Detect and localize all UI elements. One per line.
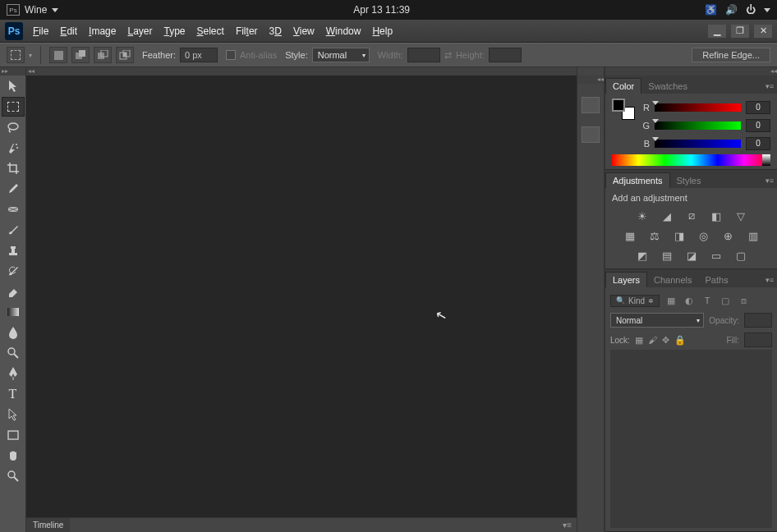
menu-image[interactable]: Image (89, 25, 116, 37)
tool-pen[interactable] (2, 364, 25, 383)
filter-adjust-icon[interactable]: ◐ (683, 295, 696, 306)
adj-balance-icon[interactable]: ⚖ (647, 229, 662, 242)
adj-threshold-icon[interactable]: ◪ (684, 249, 699, 262)
adj-lut-icon[interactable]: ▥ (746, 229, 761, 242)
r-slider[interactable] (655, 103, 741, 112)
feather-input[interactable]: 0 px (180, 48, 218, 62)
canvas-dock-handle[interactable]: ◂◂ (26, 67, 577, 76)
tool-history-brush[interactable] (2, 261, 25, 281)
selection-new-button[interactable] (49, 47, 67, 63)
b-slider[interactable] (655, 140, 741, 148)
adjust-panel-menu-icon[interactable]: ▾≡ (766, 177, 774, 185)
fill-input[interactable] (744, 332, 772, 347)
filter-shape-icon[interactable]: ▢ (719, 295, 732, 306)
panels-dock-handle[interactable]: ◂◂ (605, 67, 777, 76)
tool-gradient[interactable] (2, 302, 25, 322)
color-panel-menu-icon[interactable]: ▾≡ (766, 82, 774, 90)
tool-stamp[interactable] (2, 241, 25, 260)
tab-paths[interactable]: Paths (699, 273, 735, 287)
menu-filter[interactable]: Filter (236, 25, 258, 37)
accessibility-icon[interactable]: ♿ (705, 4, 717, 16)
r-value[interactable]: 0 (746, 101, 770, 114)
lock-transparent-icon[interactable]: ▦ (635, 335, 643, 346)
tab-styles[interactable]: Styles (670, 173, 708, 188)
selection-subtract-button[interactable] (94, 47, 112, 63)
selection-add-button[interactable] (71, 47, 90, 63)
menu-window[interactable]: Window (326, 25, 361, 37)
tool-brush[interactable] (2, 220, 25, 240)
menu-view[interactable]: View (293, 25, 315, 37)
menu-layer[interactable]: Layer (127, 25, 152, 37)
tab-layers[interactable]: Layers (605, 272, 647, 287)
adj-curves-icon[interactable]: ⧄ (684, 209, 699, 222)
g-slider[interactable] (655, 122, 741, 130)
app-menu-caret-icon[interactable] (52, 8, 58, 12)
toolbox-dock-handle[interactable]: ▸▸ (0, 67, 25, 76)
opacity-input[interactable] (744, 313, 772, 328)
tool-healing[interactable] (2, 200, 25, 219)
filter-smart-icon[interactable]: ⧈ (737, 295, 750, 306)
tool-move[interactable] (2, 76, 25, 96)
style-dropdown[interactable]: Normal (312, 48, 370, 62)
tab-color[interactable]: Color (605, 78, 641, 94)
tool-zoom[interactable] (2, 466, 25, 486)
tool-dodge[interactable] (2, 343, 25, 363)
layers-panel-menu-icon[interactable]: ▾≡ (766, 276, 774, 284)
menu-select[interactable]: Select (197, 25, 224, 37)
os-app-name[interactable]: Wine (25, 4, 47, 16)
tool-crop[interactable] (2, 158, 25, 178)
tab-channels[interactable]: Channels (647, 273, 698, 287)
menu-3d[interactable]: 3D (269, 25, 282, 37)
refine-edge-button[interactable]: Refine Edge... (692, 48, 770, 62)
power-icon[interactable]: ⏻ (746, 4, 756, 16)
tool-quick-select[interactable] (2, 138, 25, 158)
tab-swatches[interactable]: Swatches (641, 79, 694, 94)
color-swatch-pair[interactable] (612, 99, 635, 120)
window-minimize-button[interactable]: ▁ (708, 25, 726, 38)
dock-properties-icon[interactable] (582, 126, 600, 143)
timeline-menu-icon[interactable]: ▾≡ (558, 521, 577, 530)
lock-pixels-icon[interactable]: 🖌 (648, 335, 657, 345)
menu-type[interactable]: Type (163, 25, 185, 37)
canvas[interactable]: ↖ (26, 76, 577, 517)
tool-hand[interactable] (2, 446, 25, 466)
selection-intersect-button[interactable] (116, 47, 134, 63)
layer-filter-kind[interactable]: 🔍 Kind ≑ (610, 295, 660, 307)
menu-edit[interactable]: Edit (60, 25, 77, 37)
adj-invert-icon[interactable]: ◩ (635, 249, 650, 262)
tool-rect-marquee[interactable] (2, 97, 25, 117)
tool-eraser[interactable] (2, 282, 25, 301)
tab-adjustments[interactable]: Adjustments (605, 172, 670, 188)
tool-type[interactable]: T (2, 384, 25, 404)
layer-list[interactable] (610, 350, 772, 528)
tool-blur[interactable] (2, 323, 25, 342)
adj-vibrance-icon[interactable]: ▽ (733, 209, 748, 222)
system-menu-caret-icon[interactable] (764, 8, 770, 12)
b-value[interactable]: 0 (746, 137, 770, 150)
tool-eyedropper[interactable] (2, 179, 25, 199)
adj-gradmap-icon[interactable]: ▭ (709, 249, 724, 262)
blend-mode-dropdown[interactable]: Normal (610, 313, 704, 328)
tool-lasso[interactable] (2, 117, 25, 137)
lock-all-icon[interactable]: 🔒 (674, 335, 686, 346)
menu-file[interactable]: File (33, 25, 48, 37)
adj-brightness-icon[interactable]: ☀ (635, 209, 650, 222)
foreground-color-swatch[interactable] (612, 99, 625, 112)
tool-preset-caret-icon[interactable]: ▾ (29, 52, 32, 59)
adj-mixer-icon[interactable]: ⊕ (721, 229, 736, 242)
adj-photo-filter-icon[interactable]: ◎ (697, 229, 711, 242)
volume-icon[interactable]: 🔊 (725, 4, 738, 16)
tool-path-select[interactable] (2, 405, 25, 424)
adj-hue-icon[interactable]: ▦ (623, 229, 637, 242)
adj-exposure-icon[interactable]: ◧ (709, 209, 724, 222)
menu-help[interactable]: Help (372, 25, 393, 37)
filter-type-icon[interactable]: T (701, 295, 714, 306)
window-maximize-button[interactable]: ❐ (731, 25, 749, 38)
lock-position-icon[interactable]: ✥ (662, 335, 669, 346)
adj-bw-icon[interactable]: ◨ (672, 229, 687, 242)
g-value[interactable]: 0 (746, 119, 770, 132)
adj-posterize-icon[interactable]: ▤ (660, 249, 674, 262)
window-close-button[interactable]: ✕ (754, 25, 772, 38)
adj-levels-icon[interactable]: ◢ (660, 209, 674, 222)
tool-preset-button[interactable] (7, 47, 25, 63)
